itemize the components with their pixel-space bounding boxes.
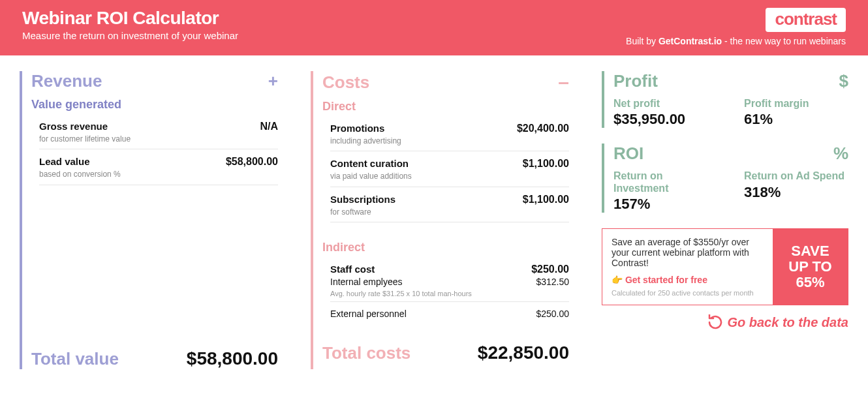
revenue-total-value: $58,800.00 (187, 348, 278, 369)
external-label: External personnel (330, 309, 407, 319)
metric-value: 157% (613, 196, 718, 213)
revenue-panel-head: Revenue + (31, 71, 278, 91)
line-title: Promotions (330, 123, 401, 134)
internal-note: Avg. hourly rate $31.25 x 10 total man-h… (330, 290, 569, 297)
costs-panel-head: Costs – (322, 71, 569, 93)
promo-cta-link[interactable]: 👉 Get started for free (612, 275, 764, 285)
costs-total-label: Total costs (322, 343, 411, 363)
roi-panel: ROI % Return on Investment 157% Return o… (602, 144, 848, 213)
percent-icon: % (833, 144, 848, 164)
internal-value: $312.50 (536, 277, 569, 287)
revenue-title: Revenue (31, 71, 102, 91)
line-value: $20,400.00 (517, 123, 569, 134)
revenue-item: Gross revenue for customer lifetime valu… (39, 114, 278, 149)
line-label: Staff cost (330, 264, 375, 275)
profit-title: Profit (613, 71, 658, 91)
external-value: $250.00 (536, 309, 569, 319)
go-back-text: Go back to the data (727, 315, 848, 330)
metric-label: Return on Ad Spend (744, 170, 848, 182)
byline-prefix: Built by (626, 36, 659, 46)
promo-card: Save an average of $3550/yr over your cu… (602, 228, 848, 305)
line-title: Staff cost (330, 264, 375, 275)
revenue-item: Lead value based on conversion % $58,800… (39, 149, 278, 185)
metric-label: Return on Investment (613, 170, 718, 194)
line-value: $1,100.00 (523, 194, 569, 205)
byline-suffix: - the new way to run webinars (722, 36, 846, 46)
line-label: Subscriptions for software (330, 194, 395, 217)
roi-metrics: Return on Investment 157% Return on Ad S… (613, 170, 848, 213)
metric-value: $35,950.00 (613, 111, 718, 128)
promo-cta-text: Get started for free (625, 275, 707, 285)
main: Revenue + Value generated Gross revenue … (0, 55, 868, 376)
go-back-link[interactable]: Go back to the data (602, 314, 848, 330)
internal-row: Internal emplyees $312.50 (330, 275, 569, 287)
line-label: Lead value based on conversion % (39, 156, 121, 179)
revenue-subhead: Value generated (31, 98, 278, 112)
promo-badge: SAVE UP TO 65% (773, 229, 848, 305)
profit-metrics: Net profit $35,950.00 Profit margin 61% (613, 98, 848, 128)
line-sub: based on conversion % (39, 170, 121, 179)
line-title: Subscriptions (330, 194, 395, 205)
line-label: Promotions including advertising (330, 123, 401, 145)
undo-icon (707, 314, 723, 330)
byline-brand: GetContrast.io (659, 36, 722, 46)
revenue-panel: Revenue + Value generated Gross revenue … (20, 71, 278, 369)
line-value: N/A (260, 121, 278, 132)
staff-cost-row: Staff cost $250.00 (330, 257, 569, 275)
roi-title: ROI (613, 144, 643, 164)
line-sub: for software (330, 207, 371, 217)
indirect-subhead: Indirect (322, 241, 569, 254)
promo-badge-text: SAVE UP TO 65% (782, 243, 839, 291)
minus-icon: – (558, 71, 569, 93)
header-right: contrast Built by GetContrast.io - the n… (626, 8, 846, 46)
line-label: Gross revenue for customer lifetime valu… (39, 121, 131, 144)
right-panel: Profit $ Net profit $35,950.00 Profit ma… (602, 71, 848, 369)
promo-fineprint: Calculated for 250 active contacts per m… (612, 289, 764, 297)
metric-label: Net profit (613, 98, 718, 110)
metric-label: Profit margin (744, 98, 848, 110)
line-value: $250.00 (531, 264, 569, 275)
promo-left: Save an average of $3550/yr over your cu… (602, 229, 773, 305)
costs-title: Costs (322, 72, 369, 93)
line-label: Content curation via paid value addition… (330, 158, 412, 181)
cost-item: Promotions including advertising $20,400… (330, 116, 569, 151)
line-title: Lead value (39, 156, 121, 168)
metric-value: 61% (744, 111, 848, 128)
external-row: External personnel $250.00 (330, 302, 569, 324)
line-title: Gross revenue (39, 121, 131, 132)
roi-metric: Return on Investment 157% (613, 170, 718, 213)
costs-panel: Costs – Direct Promotions including adve… (311, 71, 569, 369)
metric-value: 318% (744, 184, 848, 201)
profit-panel-head: Profit $ (613, 71, 848, 91)
line-value: $58,800.00 (226, 156, 278, 168)
byline: Built by GetContrast.io - the new way to… (626, 36, 846, 46)
profit-panel: Profit $ Net profit $35,950.00 Profit ma… (602, 71, 848, 128)
line-title: Content curation (330, 158, 412, 170)
line-sub: including advertising (330, 136, 401, 145)
costs-total-row: Total costs $22,850.00 (322, 342, 569, 363)
dollar-icon: $ (839, 71, 848, 91)
cost-item: Subscriptions for software $1,100.00 (330, 187, 569, 222)
line-value: $1,100.00 (523, 158, 569, 170)
revenue-total-label: Total value (31, 349, 119, 369)
profit-margin-metric: Profit margin 61% (744, 98, 848, 128)
costs-total-value: $22,850.00 (478, 342, 569, 363)
indirect-block: Indirect Staff cost $250.00 Internal emp… (322, 241, 569, 324)
roas-metric: Return on Ad Spend 318% (744, 170, 848, 213)
net-profit-metric: Net profit $35,950.00 (613, 98, 718, 128)
page-title: Webinar ROI Calculator (22, 8, 238, 29)
plus-icon: + (268, 71, 278, 91)
internal-label: Internal emplyees (330, 277, 403, 287)
point-right-icon: 👉 (612, 275, 623, 285)
promo-text: Save an average of $3550/yr over your cu… (612, 237, 764, 268)
roi-panel-head: ROI % (613, 144, 848, 164)
line-sub: via paid value additions (330, 172, 412, 181)
header-left: Webinar ROI Calculator Measure the retur… (22, 8, 238, 41)
revenue-total-row: Total value $58,800.00 (31, 348, 278, 369)
logo: contrast (766, 8, 846, 32)
line-sub: for customer lifetime value (39, 134, 131, 144)
page-subtitle: Measure the return on investment of your… (22, 30, 238, 41)
cost-item: Content curation via paid value addition… (330, 151, 569, 187)
direct-subhead: Direct (322, 100, 569, 114)
header: Webinar ROI Calculator Measure the retur… (0, 0, 868, 55)
